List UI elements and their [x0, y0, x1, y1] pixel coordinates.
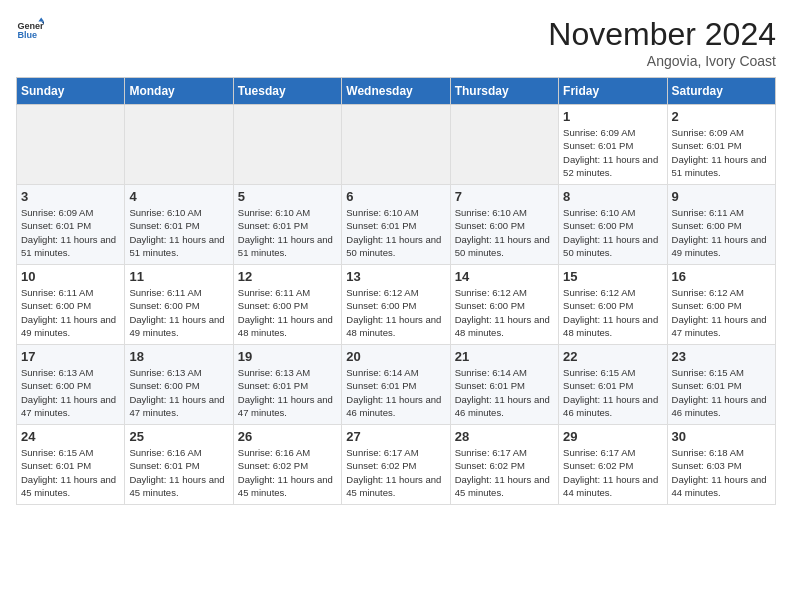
- day-info: Sunrise: 6:11 AM Sunset: 6:00 PM Dayligh…: [672, 206, 771, 259]
- day-cell: 20Sunrise: 6:14 AM Sunset: 6:01 PM Dayli…: [342, 345, 450, 425]
- weekday-header-row: SundayMondayTuesdayWednesdayThursdayFrid…: [17, 78, 776, 105]
- day-number: 30: [672, 429, 771, 444]
- day-info: Sunrise: 6:11 AM Sunset: 6:00 PM Dayligh…: [238, 286, 337, 339]
- day-cell: 21Sunrise: 6:14 AM Sunset: 6:01 PM Dayli…: [450, 345, 558, 425]
- day-cell: 17Sunrise: 6:13 AM Sunset: 6:00 PM Dayli…: [17, 345, 125, 425]
- day-number: 9: [672, 189, 771, 204]
- day-cell: 4Sunrise: 6:10 AM Sunset: 6:01 PM Daylig…: [125, 185, 233, 265]
- day-cell: 6Sunrise: 6:10 AM Sunset: 6:01 PM Daylig…: [342, 185, 450, 265]
- day-info: Sunrise: 6:15 AM Sunset: 6:01 PM Dayligh…: [672, 366, 771, 419]
- day-cell: 27Sunrise: 6:17 AM Sunset: 6:02 PM Dayli…: [342, 425, 450, 505]
- day-number: 29: [563, 429, 662, 444]
- location: Angovia, Ivory Coast: [548, 53, 776, 69]
- logo-icon: General Blue: [16, 16, 44, 44]
- day-number: 26: [238, 429, 337, 444]
- day-info: Sunrise: 6:16 AM Sunset: 6:02 PM Dayligh…: [238, 446, 337, 499]
- day-cell: 28Sunrise: 6:17 AM Sunset: 6:02 PM Dayli…: [450, 425, 558, 505]
- day-cell: [233, 105, 341, 185]
- day-cell: 7Sunrise: 6:10 AM Sunset: 6:00 PM Daylig…: [450, 185, 558, 265]
- day-cell: [342, 105, 450, 185]
- day-number: 10: [21, 269, 120, 284]
- day-cell: 18Sunrise: 6:13 AM Sunset: 6:00 PM Dayli…: [125, 345, 233, 425]
- day-cell: 2Sunrise: 6:09 AM Sunset: 6:01 PM Daylig…: [667, 105, 775, 185]
- page-header: General Blue November 2024 Angovia, Ivor…: [16, 16, 776, 69]
- day-cell: [17, 105, 125, 185]
- day-cell: 3Sunrise: 6:09 AM Sunset: 6:01 PM Daylig…: [17, 185, 125, 265]
- week-row-3: 10Sunrise: 6:11 AM Sunset: 6:00 PM Dayli…: [17, 265, 776, 345]
- week-row-1: 1Sunrise: 6:09 AM Sunset: 6:01 PM Daylig…: [17, 105, 776, 185]
- day-info: Sunrise: 6:17 AM Sunset: 6:02 PM Dayligh…: [455, 446, 554, 499]
- day-number: 1: [563, 109, 662, 124]
- day-cell: 22Sunrise: 6:15 AM Sunset: 6:01 PM Dayli…: [559, 345, 667, 425]
- day-info: Sunrise: 6:11 AM Sunset: 6:00 PM Dayligh…: [129, 286, 228, 339]
- day-info: Sunrise: 6:13 AM Sunset: 6:00 PM Dayligh…: [21, 366, 120, 419]
- day-cell: 14Sunrise: 6:12 AM Sunset: 6:00 PM Dayli…: [450, 265, 558, 345]
- day-info: Sunrise: 6:09 AM Sunset: 6:01 PM Dayligh…: [21, 206, 120, 259]
- day-info: Sunrise: 6:18 AM Sunset: 6:03 PM Dayligh…: [672, 446, 771, 499]
- day-number: 4: [129, 189, 228, 204]
- day-number: 11: [129, 269, 228, 284]
- day-cell: 19Sunrise: 6:13 AM Sunset: 6:01 PM Dayli…: [233, 345, 341, 425]
- day-number: 28: [455, 429, 554, 444]
- day-cell: [450, 105, 558, 185]
- week-row-5: 24Sunrise: 6:15 AM Sunset: 6:01 PM Dayli…: [17, 425, 776, 505]
- svg-text:Blue: Blue: [17, 30, 37, 40]
- day-cell: 10Sunrise: 6:11 AM Sunset: 6:00 PM Dayli…: [17, 265, 125, 345]
- day-info: Sunrise: 6:15 AM Sunset: 6:01 PM Dayligh…: [563, 366, 662, 419]
- day-cell: 26Sunrise: 6:16 AM Sunset: 6:02 PM Dayli…: [233, 425, 341, 505]
- day-cell: 11Sunrise: 6:11 AM Sunset: 6:00 PM Dayli…: [125, 265, 233, 345]
- day-number: 15: [563, 269, 662, 284]
- day-number: 12: [238, 269, 337, 284]
- weekday-header-saturday: Saturday: [667, 78, 775, 105]
- day-number: 5: [238, 189, 337, 204]
- day-number: 23: [672, 349, 771, 364]
- day-number: 2: [672, 109, 771, 124]
- weekday-header-wednesday: Wednesday: [342, 78, 450, 105]
- day-info: Sunrise: 6:12 AM Sunset: 6:00 PM Dayligh…: [455, 286, 554, 339]
- day-number: 17: [21, 349, 120, 364]
- calendar-table: SundayMondayTuesdayWednesdayThursdayFrid…: [16, 77, 776, 505]
- day-cell: 9Sunrise: 6:11 AM Sunset: 6:00 PM Daylig…: [667, 185, 775, 265]
- day-info: Sunrise: 6:13 AM Sunset: 6:00 PM Dayligh…: [129, 366, 228, 419]
- day-info: Sunrise: 6:12 AM Sunset: 6:00 PM Dayligh…: [346, 286, 445, 339]
- day-number: 8: [563, 189, 662, 204]
- svg-marker-2: [38, 17, 44, 21]
- day-cell: 12Sunrise: 6:11 AM Sunset: 6:00 PM Dayli…: [233, 265, 341, 345]
- logo: General Blue: [16, 16, 44, 44]
- day-number: 13: [346, 269, 445, 284]
- day-number: 16: [672, 269, 771, 284]
- day-info: Sunrise: 6:10 AM Sunset: 6:00 PM Dayligh…: [563, 206, 662, 259]
- day-info: Sunrise: 6:17 AM Sunset: 6:02 PM Dayligh…: [563, 446, 662, 499]
- week-row-4: 17Sunrise: 6:13 AM Sunset: 6:00 PM Dayli…: [17, 345, 776, 425]
- day-cell: 13Sunrise: 6:12 AM Sunset: 6:00 PM Dayli…: [342, 265, 450, 345]
- title-area: November 2024 Angovia, Ivory Coast: [548, 16, 776, 69]
- week-row-2: 3Sunrise: 6:09 AM Sunset: 6:01 PM Daylig…: [17, 185, 776, 265]
- day-info: Sunrise: 6:10 AM Sunset: 6:01 PM Dayligh…: [346, 206, 445, 259]
- day-number: 25: [129, 429, 228, 444]
- day-number: 3: [21, 189, 120, 204]
- day-info: Sunrise: 6:14 AM Sunset: 6:01 PM Dayligh…: [455, 366, 554, 419]
- day-number: 27: [346, 429, 445, 444]
- day-number: 19: [238, 349, 337, 364]
- day-cell: 30Sunrise: 6:18 AM Sunset: 6:03 PM Dayli…: [667, 425, 775, 505]
- day-info: Sunrise: 6:09 AM Sunset: 6:01 PM Dayligh…: [563, 126, 662, 179]
- day-number: 20: [346, 349, 445, 364]
- day-cell: 16Sunrise: 6:12 AM Sunset: 6:00 PM Dayli…: [667, 265, 775, 345]
- day-info: Sunrise: 6:10 AM Sunset: 6:00 PM Dayligh…: [455, 206, 554, 259]
- day-number: 6: [346, 189, 445, 204]
- day-info: Sunrise: 6:12 AM Sunset: 6:00 PM Dayligh…: [672, 286, 771, 339]
- day-cell: 25Sunrise: 6:16 AM Sunset: 6:01 PM Dayli…: [125, 425, 233, 505]
- day-cell: 8Sunrise: 6:10 AM Sunset: 6:00 PM Daylig…: [559, 185, 667, 265]
- day-number: 22: [563, 349, 662, 364]
- svg-text:General: General: [17, 21, 44, 31]
- weekday-header-sunday: Sunday: [17, 78, 125, 105]
- day-info: Sunrise: 6:10 AM Sunset: 6:01 PM Dayligh…: [129, 206, 228, 259]
- day-info: Sunrise: 6:14 AM Sunset: 6:01 PM Dayligh…: [346, 366, 445, 419]
- day-number: 18: [129, 349, 228, 364]
- day-info: Sunrise: 6:13 AM Sunset: 6:01 PM Dayligh…: [238, 366, 337, 419]
- day-info: Sunrise: 6:09 AM Sunset: 6:01 PM Dayligh…: [672, 126, 771, 179]
- day-info: Sunrise: 6:16 AM Sunset: 6:01 PM Dayligh…: [129, 446, 228, 499]
- day-number: 21: [455, 349, 554, 364]
- day-cell: 29Sunrise: 6:17 AM Sunset: 6:02 PM Dayli…: [559, 425, 667, 505]
- weekday-header-thursday: Thursday: [450, 78, 558, 105]
